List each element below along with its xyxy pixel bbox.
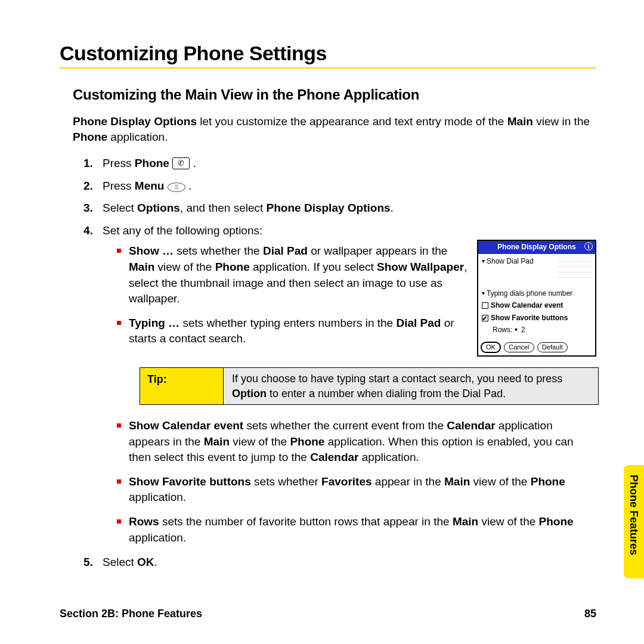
tip-label: Tip: <box>140 368 224 404</box>
dropdown-icon: ▾ <box>482 257 485 266</box>
tip-body: If you choose to have typing start a con… <box>224 368 598 404</box>
mock-rows-value: 2 <box>521 325 525 335</box>
phone-key-icon: ✆ <box>172 157 190 169</box>
step-1: Press Phone ✆ . <box>83 155 596 172</box>
step-5: Select OK. <box>83 554 596 571</box>
mock-thumbnail <box>558 256 592 283</box>
bullet-show: Show … sets whether the Dial Pad or wall… <box>117 243 469 306</box>
bullet-typing: Typing … sets whether typing enters numb… <box>117 315 469 347</box>
mock-title: Phone Display Options <box>497 243 575 251</box>
mock-typing: Typing dials phone number <box>487 289 572 299</box>
step-3: Select Options, and then select Phone Di… <box>83 200 596 216</box>
screenshot-mock: Phone Display Options i ▾Show Dial Pad ▾… <box>477 240 596 357</box>
mock-show-dial: Show Dial Pad <box>487 256 534 267</box>
side-tab: Phone Features <box>624 465 644 578</box>
mock-default-button: Default <box>537 342 568 352</box>
footer-section: Section 2B: Phone Features <box>60 608 202 620</box>
mock-rows-label: Rows: <box>493 325 512 335</box>
mock-favorites: Show Favorite buttons <box>491 313 568 323</box>
info-icon: i <box>584 242 593 250</box>
page-number: 85 <box>584 608 596 620</box>
step-4: Set any of the following options: Show …… <box>83 222 596 546</box>
step-2: Press Menu ☰ . <box>83 178 596 194</box>
page-title: Customizing Phone Settings <box>60 42 596 65</box>
mock-calendar: Show Calendar event <box>491 301 563 311</box>
bullet-calendar: Show Calendar event sets whether the cur… <box>117 418 596 466</box>
bullet-rows: Rows sets the number of favorite button … <box>117 514 596 546</box>
checkbox-checked-icon <box>482 315 488 321</box>
section-heading: Customizing the Main View in the Phone A… <box>73 86 596 103</box>
title-rule <box>60 67 596 69</box>
checkbox-icon <box>482 302 488 309</box>
mock-cancel-button: Cancel <box>504 342 534 352</box>
bullet-favorites: Show Favorite buttons sets whether Favor… <box>117 474 596 506</box>
mock-ok-button: OK <box>481 342 501 353</box>
intro-paragraph: Phone Display Options let you customize … <box>73 114 596 144</box>
menu-key-icon: ☰ <box>168 182 185 192</box>
tip-box: Tip: If you choose to have typing start … <box>140 367 599 405</box>
